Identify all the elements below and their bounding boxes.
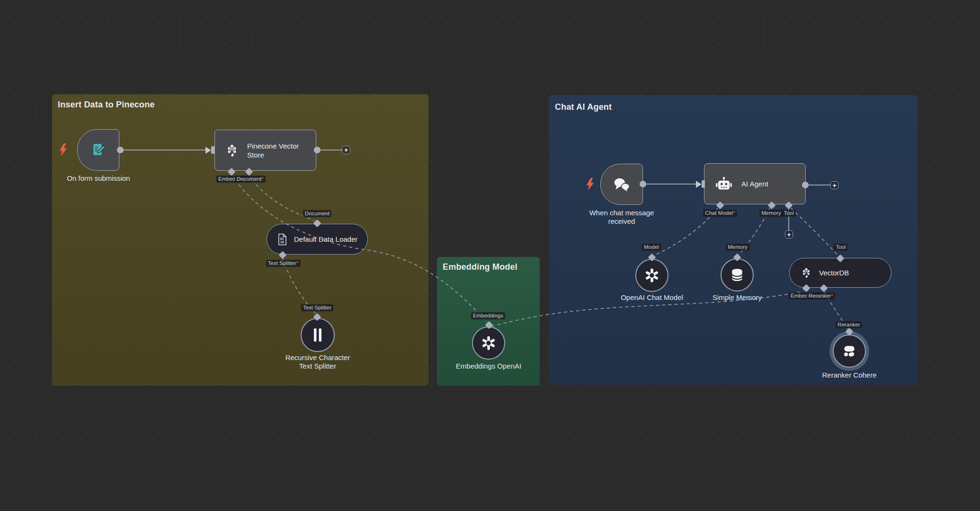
node-caption: Embeddings OpenAI (456, 362, 521, 370)
trigger-bolt-icon (59, 143, 67, 156)
pause-bars-icon (312, 328, 323, 342)
openai-icon (480, 335, 497, 352)
trigger-bolt-icon (586, 178, 594, 191)
node-on-form-submission[interactable] (77, 129, 119, 171)
port-label-tool-target: Tool (834, 244, 847, 251)
node-when-chat-message-received[interactable] (600, 164, 643, 205)
pinecone-arrows-icon (800, 266, 812, 279)
output-port-chat-trigger[interactable] (640, 181, 646, 187)
add-node-button-pinecone[interactable]: + (342, 146, 350, 154)
node-ai-agent[interactable]: AI Agent (704, 163, 806, 204)
workflow-canvas[interactable]: Insert Data to Pinecone Embedding Model … (0, 0, 980, 511)
node-reranker-cohere[interactable] (833, 335, 866, 368)
group-title-chat-ai-agent: Chat AI Agent (555, 102, 612, 112)
node-default-data-loader[interactable]: 01 10 Default Data Loader (267, 224, 368, 255)
port-label-text-splitter-source: Text Splitter* (266, 260, 301, 267)
node-pinecone-vector-store[interactable]: Pinecone Vector Store (214, 130, 316, 171)
output-port-pinecone[interactable] (314, 147, 321, 153)
port-label-document-target: Document (303, 210, 331, 217)
node-vectordb[interactable]: VectorDB (789, 258, 891, 288)
group-title-embedding-model: Embedding Model (443, 262, 517, 272)
robot-icon (714, 176, 734, 192)
binary-file-icon: 01 10 (277, 233, 287, 246)
port-label-memory-target: Memory (726, 244, 749, 251)
port-label-chat-model: Chat Model* (703, 210, 737, 217)
form-pencil-icon (91, 142, 106, 158)
add-tool-button[interactable]: + (785, 230, 793, 238)
node-caption: When chat message received (584, 209, 659, 226)
port-label-document: Document* (235, 176, 266, 183)
openai-icon (643, 267, 660, 284)
node-caption: Simple Memory (713, 293, 762, 302)
port-label-memory: Memory (759, 210, 783, 217)
svg-text:10: 10 (280, 240, 284, 244)
cohere-icon (842, 344, 857, 359)
output-port-form-trigger[interactable] (117, 147, 124, 153)
node-caption: Recursive Character Text Splitter (280, 353, 356, 370)
node-embeddings-openai[interactable] (472, 326, 505, 360)
node-recursive-character-text-splitter[interactable] (301, 318, 335, 352)
node-label: AI Agent (741, 179, 768, 188)
pinecone-arrows-icon (224, 142, 240, 159)
port-label-tool: Tool (782, 210, 795, 217)
chat-bubbles-icon (613, 177, 631, 192)
node-label: VectorDB (819, 268, 849, 277)
node-simple-memory[interactable] (721, 258, 754, 291)
database-icon (730, 268, 744, 282)
port-label-text-splitter-target: Text Splitter (301, 304, 333, 311)
group-title-insert-data: Insert Data to Pinecone (58, 100, 155, 110)
port-label-vectordb-reranker: Reranker* (807, 292, 835, 300)
port-label-model-target: Model (642, 244, 660, 251)
node-caption: On form submission (67, 174, 130, 183)
port-label-reranker-target: Reranker (836, 321, 862, 328)
node-label: Pinecone Vector Store (247, 141, 304, 159)
add-node-button-agent[interactable]: + (830, 181, 838, 189)
node-caption: OpenAI Chat Model (621, 293, 683, 302)
node-caption: Reranker Cohere (822, 371, 876, 379)
node-label: Default Data Loader (294, 235, 357, 244)
node-openai-chat-model[interactable] (635, 259, 668, 292)
output-port-ai-agent[interactable] (802, 182, 809, 188)
port-label-embeddings: Embeddings (471, 312, 505, 319)
